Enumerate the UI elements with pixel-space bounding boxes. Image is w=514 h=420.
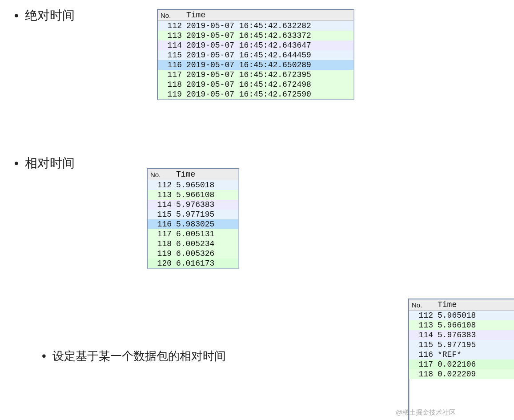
cell-no: 113 [158, 31, 184, 40]
cell-time: 5.977195 [435, 340, 514, 350]
cell-no: 116 [158, 60, 184, 70]
cell-no: 115 [158, 50, 184, 60]
relative-time-table: No. Time 1125.9650181135.9661081145.9763… [147, 168, 239, 269]
bullet-dot-icon: • [14, 157, 19, 170]
packet-table: No. Time 1122019-05-07 16:45:42.63228211… [158, 10, 353, 99]
table-row[interactable]: 1132019-05-07 16:45:42.633372 [158, 31, 353, 40]
cell-time: 6.005234 [173, 239, 238, 249]
table-row[interactable]: 1192019-05-07 16:45:42.672590 [158, 89, 353, 99]
table-row[interactable]: 1135.966108 [148, 190, 238, 200]
cell-no: 113 [409, 320, 435, 330]
bullet-ref-time: • 设定基于某一个数据包的相对时间 [42, 348, 226, 364]
table-row[interactable]: 1162019-05-07 16:45:42.650289 [158, 60, 353, 70]
table-row[interactable]: 1186.005234 [148, 239, 238, 249]
table-row[interactable]: 1122019-05-07 16:45:42.632282 [158, 21, 353, 31]
cell-time: 5.966108 [435, 320, 514, 330]
cell-no: 116 [148, 219, 173, 229]
cell-time: 5.976383 [173, 200, 238, 210]
bullet-ref-label: 设定基于某一个数据包的相对时间 [52, 348, 226, 364]
packet-table: No. Time 1125.9650181135.9661081145.9763… [148, 169, 238, 268]
cell-no: 114 [409, 330, 435, 340]
bullet-dot-icon: • [14, 9, 19, 22]
table-row[interactable]: 1142019-05-07 16:45:42.643647 [158, 40, 353, 50]
cell-no: 118 [409, 369, 435, 379]
cell-time: 6.005326 [173, 249, 238, 258]
cell-time: 5.965018 [435, 311, 514, 321]
table-row[interactable]: 1155.977195 [409, 340, 514, 350]
ref-tbody: 1125.9650181135.9661081145.9763831155.97… [409, 311, 514, 380]
ref-time-table: No. Time 1125.9650181135.9661081145.9763… [408, 299, 514, 420]
cell-time: 2019-05-07 16:45:42.633372 [184, 31, 353, 40]
col-no-header[interactable]: No. [158, 10, 184, 21]
cell-time: 2019-05-07 16:45:42.632282 [184, 21, 353, 31]
cell-no: 115 [148, 210, 173, 219]
bullet-relative-time: • 相对时间 [14, 155, 75, 172]
table-row[interactable]: 1172019-05-07 16:45:42.672395 [158, 70, 353, 80]
bullet-relative-label: 相对时间 [25, 155, 75, 172]
table-row[interactable]: 1125.965018 [148, 180, 238, 190]
cell-no: 117 [148, 229, 173, 239]
cell-no: 118 [148, 239, 173, 249]
cell-no: 120 [148, 258, 173, 268]
cell-time: 5.977195 [173, 210, 238, 219]
col-no-header[interactable]: No. [409, 299, 435, 311]
packet-table: No. Time 1125.9650181135.9661081145.9763… [409, 299, 514, 379]
bullet-dot-icon: • [42, 350, 46, 362]
cell-no: 117 [158, 70, 184, 80]
cell-time: 2019-05-07 16:45:42.672590 [184, 89, 353, 99]
cell-no: 118 [158, 80, 184, 89]
cell-time: 2019-05-07 16:45:42.650289 [184, 60, 353, 70]
cell-no: 119 [148, 249, 173, 258]
cell-time: 2019-05-07 16:45:42.672395 [184, 70, 353, 80]
table-row[interactable]: 1170.022106 [409, 359, 514, 369]
cell-time: 5.983025 [173, 219, 238, 229]
cell-time: 5.965018 [173, 180, 238, 190]
cell-time: 2019-05-07 16:45:42.644459 [184, 50, 353, 60]
table-row[interactable]: 1176.005131 [148, 229, 238, 239]
table-row[interactable]: 1155.977195 [148, 210, 238, 219]
table-row[interactable]: 1125.965018 [409, 311, 514, 321]
cell-no: 116 [409, 350, 435, 359]
cell-time: 6.016173 [173, 258, 238, 268]
relative-tbody: 1125.9650181135.9661081145.9763831155.97… [148, 180, 238, 269]
table-row[interactable]: 1152019-05-07 16:45:42.644459 [158, 50, 353, 60]
absolute-time-table: No. Time 1122019-05-07 16:45:42.63228211… [157, 9, 354, 100]
table-row[interactable]: 116*REF* [409, 350, 514, 359]
cell-no: 117 [409, 359, 435, 369]
cell-no: 119 [158, 89, 184, 99]
cell-time: 5.976383 [435, 330, 514, 340]
table-row[interactable]: 1135.966108 [409, 320, 514, 330]
cell-time: 2019-05-07 16:45:42.672498 [184, 80, 353, 89]
absolute-tbody: 1122019-05-07 16:45:42.6322821132019-05-… [158, 21, 353, 100]
table-row[interactable]: 1180.022209 [409, 369, 514, 379]
cell-no: 112 [148, 180, 173, 190]
cell-time: *REF* [435, 350, 514, 359]
col-time-header[interactable]: Time [184, 10, 353, 21]
table-row[interactable]: 1145.976383 [148, 200, 238, 210]
cell-no: 112 [158, 21, 184, 31]
cell-no: 112 [409, 311, 435, 321]
cell-no: 114 [158, 40, 184, 50]
bullet-absolute-label: 绝对时间 [25, 7, 75, 24]
cell-time: 6.005131 [173, 229, 238, 239]
cell-no: 114 [148, 200, 173, 210]
bullet-absolute-time: • 绝对时间 [14, 7, 75, 24]
col-no-header[interactable]: No. [148, 169, 173, 180]
table-row[interactable]: 1196.005326 [148, 249, 238, 258]
table-row[interactable]: 1145.976383 [409, 330, 514, 340]
table-row[interactable]: 1206.016173 [148, 258, 238, 268]
table-row[interactable]: 1165.983025 [148, 219, 238, 229]
table-row[interactable]: 1182019-05-07 16:45:42.672498 [158, 80, 353, 89]
cell-time: 2019-05-07 16:45:42.643647 [184, 40, 353, 50]
cell-time: 0.022106 [435, 359, 514, 369]
cell-time: 5.966108 [173, 190, 238, 200]
cell-no: 113 [148, 190, 173, 200]
watermark-text: @稀土掘金技术社区 [396, 408, 456, 417]
col-time-header[interactable]: Time [435, 299, 514, 311]
col-time-header[interactable]: Time [173, 169, 238, 180]
cell-no: 115 [409, 340, 435, 350]
cell-time: 0.022209 [435, 369, 514, 379]
